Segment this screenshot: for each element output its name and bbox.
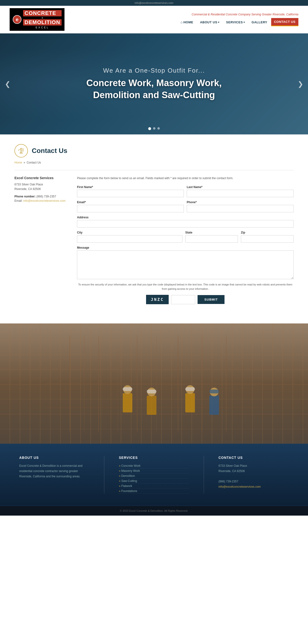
hero-prev-arrow[interactable]: ❮: [3, 78, 13, 90]
tagline: Commercial & Residential Concrete Compan…: [192, 13, 298, 16]
captcha-input[interactable]: [171, 295, 195, 304]
address-input[interactable]: [77, 220, 293, 228]
contact-form: First Name* Last Name* Email* P: [77, 186, 293, 304]
nav-about[interactable]: ABOUT US ▾: [197, 18, 222, 26]
footer-service-5: Flatwork: [119, 484, 189, 489]
message-label: Message: [77, 246, 293, 250]
construction-illustration: [46, 336, 262, 432]
state-input[interactable]: [185, 235, 238, 243]
logo-e-icon: e: [13, 15, 22, 24]
address-label: Address: [77, 216, 293, 219]
footer-services-list: Concrete Work Masonry Work Demolition Sa…: [119, 464, 189, 494]
logo-concrete-text: CONCRETE: [23, 10, 62, 16]
footer-contact-address: 6733 Silver Oak PlaceRiverside, CA 92506…: [218, 464, 289, 489]
svg-rect-29: [185, 387, 195, 391]
about-caret-icon: ▾: [218, 21, 219, 24]
footer-about-title: About Us: [19, 456, 90, 460]
email-input[interactable]: [77, 205, 184, 212]
footer-contact-title: Contact Us: [218, 456, 289, 460]
footer-divider-1: [104, 456, 104, 494]
hero-section: ❮ We Are a One-Stop Outfit For... Concre…: [0, 34, 308, 134]
city-input[interactable]: [77, 235, 182, 243]
first-name-group: First Name*: [77, 186, 184, 197]
top-bar: info@excelconcreteservices.com: [0, 0, 308, 6]
hero-dot-1[interactable]: [148, 127, 151, 130]
navigation: ⌂ HOME ABOUT US ▾ SERVICES ▾ GALLERY CON…: [178, 18, 298, 26]
footer-about-col: About Us Excel Concrete & Demolition is …: [19, 456, 90, 494]
svg-rect-26: [147, 390, 156, 394]
hero-title: Concrete Work, Masonry Work,Demolition a…: [86, 77, 222, 101]
contact-layout: Excel Concrete Services 6733 Silver Oak …: [15, 176, 293, 309]
submit-button[interactable]: SUBMIT: [198, 295, 224, 304]
zip-label: Zip: [241, 231, 293, 234]
crane-icon: [18, 147, 25, 154]
svg-rect-21: [123, 393, 132, 412]
footer-service-2: Masonry Work: [119, 468, 189, 474]
footer-services-col: Services Concrete Work Masonry Work Demo…: [119, 456, 189, 494]
svg-rect-30: [209, 396, 219, 415]
breadcrumb-home[interactable]: Home: [15, 161, 22, 164]
captcha-row: JNZC SUBMIT: [77, 295, 293, 304]
logo-demo-text: DEMOLITION: [23, 19, 62, 26]
message-textarea[interactable]: [77, 250, 293, 279]
svg-text:e: e: [16, 16, 19, 22]
zip-group: Zip: [241, 231, 293, 243]
nav-home[interactable]: ⌂ HOME: [178, 18, 196, 26]
city-state-zip-row: City State Zip: [77, 231, 293, 243]
email-label: Email*: [77, 200, 184, 204]
footer-section: About Us Excel Concrete & Demolition is …: [0, 444, 308, 506]
services-caret-icon: ▾: [243, 21, 245, 24]
hero-next-arrow[interactable]: ❯: [295, 78, 305, 90]
message-row: Message: [77, 246, 293, 279]
phone-group: Phone*: [187, 200, 293, 212]
hero-content: We Are a One-Stop Outfit For... Concrete…: [86, 67, 222, 101]
footer-service-6: Foundations: [119, 489, 189, 494]
address-line2: Riverside, CA 92506: [15, 187, 41, 191]
footer-divider-2: [204, 456, 204, 494]
breadcrumb-divider: [15, 170, 293, 170]
svg-rect-23: [123, 387, 132, 391]
phone-number: (866) 739-2357: [36, 195, 56, 198]
company-name: Excel Concrete Services: [15, 176, 67, 180]
company-address: 6733 Silver Oak Place Riverside, CA 9250…: [15, 182, 67, 192]
nav-services[interactable]: SERVICES ▾: [223, 18, 248, 26]
last-name-group: Last Name*: [187, 186, 293, 197]
hero-dot-2[interactable]: [153, 127, 155, 130]
address-row: Address: [77, 216, 293, 228]
page-icon: [15, 144, 28, 158]
copyright: © 2023 Excel Concrete & Demolition. All …: [120, 509, 188, 512]
footer-contact-col: Contact Us 6733 Silver Oak PlaceRiversid…: [218, 456, 289, 494]
state-label: State: [185, 231, 238, 234]
email-phone-row: Email* Phone*: [77, 200, 293, 212]
hero-dot-3[interactable]: [157, 127, 160, 130]
zip-input[interactable]: [241, 235, 293, 243]
svg-rect-7: [22, 150, 24, 151]
captcha-code: JNZC: [146, 295, 169, 304]
address-line1: 6733 Silver Oak Place: [15, 183, 43, 186]
header: e CONCRETE & DEMOLITION EXCEL Commercial…: [0, 6, 308, 34]
first-name-label: First Name*: [77, 186, 184, 189]
address-group: Address: [77, 216, 293, 228]
breadcrumb-current: Contact Us: [27, 161, 41, 164]
breadcrumb-separator: »: [24, 161, 25, 164]
contact-phone: Phone number: (866) 739-2357: [15, 195, 67, 198]
name-row: First Name* Last Name*: [77, 186, 293, 197]
top-bar-email: info@excelconcreteservices.com: [135, 2, 173, 4]
header-right: Commercial & Residential Concrete Compan…: [178, 13, 298, 26]
nav-contact[interactable]: CONTACT US: [271, 18, 298, 26]
nav-gallery[interactable]: GALLERY: [249, 18, 270, 26]
hero-subtitle: We Are a One-Stop Outfit For...: [86, 67, 222, 74]
last-name-label: Last Name*: [187, 186, 293, 189]
contact-info-panel: Excel Concrete Services 6733 Silver Oak …: [15, 176, 67, 309]
phone-label: Phone*: [187, 200, 293, 204]
first-name-input[interactable]: [77, 190, 184, 197]
last-name-input[interactable]: [187, 190, 293, 197]
contact-form-panel: Please complete the form below to send u…: [77, 176, 293, 309]
email-label: Email:: [15, 199, 22, 202]
construction-section: [0, 324, 308, 444]
email-link[interactable]: info@excelconcreteservices.com: [23, 199, 66, 202]
svg-rect-24: [147, 396, 156, 415]
page-title: Contact Us: [32, 147, 67, 155]
svg-line-5: [22, 148, 24, 149]
phone-input[interactable]: [187, 205, 293, 212]
